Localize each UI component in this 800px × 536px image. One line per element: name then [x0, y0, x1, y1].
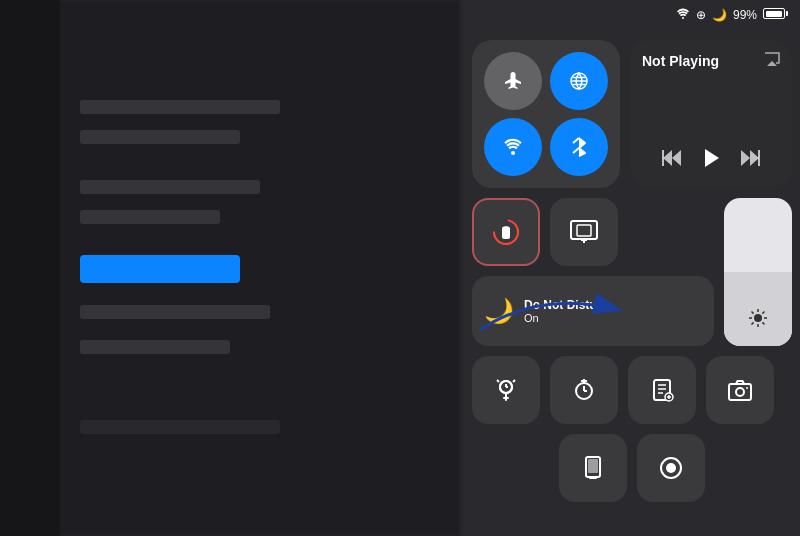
control-center: Not Playing: [472, 40, 792, 502]
svg-marker-9: [672, 150, 681, 166]
svg-point-0: [682, 17, 684, 19]
screen-lock-button[interactable]: [472, 198, 540, 266]
svg-point-22: [754, 314, 762, 322]
svg-marker-8: [663, 150, 672, 166]
next-button[interactable]: [740, 149, 760, 172]
small-buttons-row: [472, 356, 792, 424]
previous-button[interactable]: [662, 149, 682, 172]
notes-button[interactable]: [628, 356, 696, 424]
fourth-row: [472, 434, 792, 502]
wifi-button[interactable]: [484, 118, 542, 176]
bg-list-item: [80, 420, 280, 434]
svg-line-27: [752, 312, 754, 314]
mid-section: 🌙 Do Not Disturb On: [472, 198, 792, 346]
svg-line-30: [752, 322, 754, 324]
brightness-icon: [747, 307, 769, 334]
top-row: Not Playing: [472, 40, 792, 188]
battery-icon: [763, 8, 788, 22]
svg-marker-13: [741, 150, 750, 166]
svg-line-7: [573, 148, 579, 153]
play-button[interactable]: [700, 145, 722, 176]
svg-rect-53: [588, 459, 598, 473]
svg-line-28: [762, 322, 764, 324]
do-not-disturb-button[interactable]: 🌙 Do Not Disturb On: [472, 276, 714, 346]
svg-marker-11: [705, 149, 719, 167]
not-playing-label: Not Playing: [642, 53, 719, 69]
svg-rect-19: [577, 225, 591, 236]
svg-rect-48: [729, 384, 751, 400]
screen-record-button[interactable]: [637, 434, 705, 502]
mid-left: 🌙 Do Not Disturb On: [472, 198, 714, 346]
cellular-data-button[interactable]: [550, 52, 608, 110]
screen-mirror-button[interactable]: [550, 198, 618, 266]
bg-list-item: [80, 305, 270, 319]
bg-list-item: [80, 340, 230, 354]
moon-status-icon: 🌙: [712, 8, 727, 22]
clock-status-icon: ⊕: [696, 8, 706, 22]
status-bar: ⊕ 🌙 99%: [676, 8, 788, 22]
svg-point-50: [746, 387, 748, 389]
bg-list-item: [80, 180, 260, 194]
svg-point-56: [666, 463, 676, 473]
top-two-buttons: [472, 198, 714, 266]
svg-line-29: [762, 312, 764, 314]
svg-rect-52: [589, 477, 597, 479]
svg-rect-14: [758, 150, 760, 166]
bg-list-item: [80, 210, 220, 224]
wifi-status-icon: [676, 8, 690, 22]
timer-button[interactable]: [550, 356, 618, 424]
alarm-button[interactable]: [472, 356, 540, 424]
moon-icon: 🌙: [484, 297, 514, 325]
bluetooth-button[interactable]: [550, 118, 608, 176]
camera-button[interactable]: [706, 356, 774, 424]
bg-list-item: [80, 130, 240, 144]
now-playing-header: Not Playing: [642, 52, 780, 69]
battery-status-button[interactable]: [559, 434, 627, 502]
brightness-slider[interactable]: [724, 198, 792, 346]
svg-point-5: [511, 151, 515, 155]
svg-line-6: [573, 138, 579, 143]
bg-selected-item: [80, 255, 240, 283]
airplay-icon[interactable]: [764, 52, 780, 69]
now-playing-panel: Not Playing: [630, 40, 792, 188]
dnd-text: Do Not Disturb On: [524, 298, 609, 324]
svg-marker-12: [750, 150, 759, 166]
bg-sidebar: [0, 0, 60, 536]
svg-point-49: [736, 388, 744, 396]
connectivity-grid: [472, 40, 620, 188]
svg-rect-10: [662, 150, 664, 166]
bg-list-item: [80, 100, 280, 114]
airplane-mode-button[interactable]: [484, 52, 542, 110]
battery-percent: 99%: [733, 8, 757, 22]
playback-controls: [642, 145, 780, 176]
